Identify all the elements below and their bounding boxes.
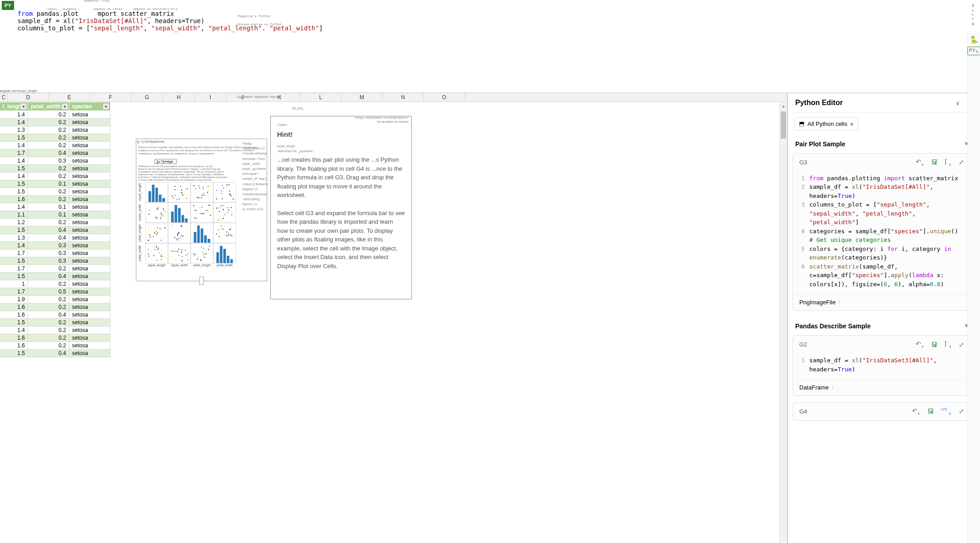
cell-petal-width[interactable]: 0.2 xyxy=(28,319,69,327)
cell-length[interactable]: 1.4 xyxy=(0,119,28,126)
filter-arrow-icon[interactable]: ▾ xyxy=(61,103,68,110)
table-row[interactable]: 1.40.2setosa xyxy=(0,111,110,119)
th-species[interactable]: species▾ xyxy=(69,102,110,111)
cell-petal-width[interactable]: 0.3 xyxy=(28,157,69,165)
expand-icon[interactable]: ⤢ xyxy=(959,159,964,166)
cell-petal-width[interactable]: 0.2 xyxy=(28,173,69,180)
formula-expand-down-icon[interactable]: ∨ xyxy=(970,21,976,26)
table-row[interactable]: 1.60.2setosa xyxy=(0,303,110,311)
cell-length[interactable]: 1.5 xyxy=(0,319,28,327)
col-header-G[interactable]: G xyxy=(131,93,163,101)
cell-petal-width[interactable]: 0.4 xyxy=(28,273,69,280)
cell-length[interactable]: 1.4 xyxy=(0,327,28,334)
panel-collapse-icon[interactable]: ∨ xyxy=(956,100,960,106)
cell-species[interactable]: setosa xyxy=(69,334,110,342)
cell-length[interactable]: 1 xyxy=(0,280,28,288)
col-header-D[interactable]: D xyxy=(8,93,49,101)
cell-length[interactable]: 1.1 xyxy=(0,211,28,219)
cell-length[interactable]: 1.4 xyxy=(0,203,28,211)
cell-length[interactable]: 1.4 xyxy=(0,173,28,180)
cell-length[interactable]: 1.6 xyxy=(0,311,28,319)
cell-length[interactable]: 1.5 xyxy=(0,226,28,234)
cell-petal-width[interactable]: 0.2 xyxy=(28,265,69,273)
cell-length[interactable]: 1.4 xyxy=(0,242,28,250)
py-badge-small-icon[interactable]: PY✎ xyxy=(967,47,980,55)
cell-species[interactable]: setosa xyxy=(69,126,110,134)
expand-icon[interactable]: ⤢ xyxy=(959,341,964,348)
table-row[interactable]: 1.60.2setosa xyxy=(0,196,110,203)
output-type-icon[interactable]: 123 ∨ xyxy=(941,407,951,416)
cell-species[interactable]: setosa xyxy=(69,173,110,180)
cell-petal-width[interactable]: 0.2 xyxy=(28,196,69,203)
cell-species[interactable]: setosa xyxy=(69,257,110,265)
col-header-C[interactable]: C xyxy=(0,93,8,101)
table-row[interactable]: 1.50.2setosa xyxy=(0,188,110,196)
cell-species[interactable]: setosa xyxy=(69,327,110,334)
cell-length[interactable]: 1.6 xyxy=(0,303,28,311)
formula-content[interactable]: from pandas.plot mport scatter_matrix sa… xyxy=(16,1,970,91)
table-row[interactable]: 1.60.2setosa xyxy=(0,342,110,350)
cell-petal-width[interactable]: 0.4 xyxy=(28,311,69,319)
cell-species[interactable]: setosa xyxy=(69,226,110,234)
table-row[interactable]: 1.70.2setosa xyxy=(0,265,110,273)
cell-length[interactable]: 1.7 xyxy=(0,149,28,157)
filter-arrow-icon[interactable]: ▾ xyxy=(20,103,27,110)
cell-length[interactable]: 1.4 xyxy=(0,157,28,165)
cell-petal-width[interactable]: 0.2 xyxy=(28,334,69,342)
table-row[interactable]: 10.2setosa xyxy=(0,280,110,288)
col-header-L[interactable]: L xyxy=(300,93,341,101)
section-pandas-describe[interactable]: Pandas Describe Sample ∨ xyxy=(793,317,971,335)
table-row[interactable]: 1.20.2setosa xyxy=(0,219,110,226)
cell-species[interactable]: setosa xyxy=(69,196,110,203)
cell-species[interactable]: setosa xyxy=(69,342,110,350)
cell-handle-icon[interactable] xyxy=(199,277,204,285)
cell-petal-width[interactable]: 0.4 xyxy=(28,234,69,242)
cell-species[interactable]: setosa xyxy=(69,119,110,126)
cell-petal-width[interactable]: 0.1 xyxy=(28,180,69,188)
cell-species[interactable]: setosa xyxy=(69,288,110,296)
undo-icon[interactable]: ↶∨ xyxy=(912,407,920,416)
cell-petal-width[interactable]: 0.2 xyxy=(28,280,69,288)
expand-icon[interactable]: ⤢ xyxy=(959,408,964,415)
code-body[interactable]: 1sample_df = xl("IrisDataSet3[#All]", he… xyxy=(793,353,970,379)
cell-length[interactable]: 1.5 xyxy=(0,257,28,265)
output-type-icon[interactable]: ⌈ ∨ xyxy=(945,158,951,167)
col-header-H[interactable]: H xyxy=(163,93,195,101)
cell-petal-width[interactable]: 0.2 xyxy=(28,134,69,142)
cell-length[interactable]: 1.5 xyxy=(0,273,28,280)
cell-petal-width[interactable]: 0.2 xyxy=(28,342,69,350)
scrollbar-thumb[interactable] xyxy=(781,111,786,139)
col-header-J[interactable]: J xyxy=(226,93,259,101)
table-row[interactable]: 1.40.2setosa xyxy=(0,119,110,126)
formula-dot1-icon[interactable]: ● xyxy=(970,9,976,12)
cell-petal-width[interactable]: 0.1 xyxy=(28,203,69,211)
col-header-M[interactable]: M xyxy=(341,93,383,101)
table-row[interactable]: 1.60.2setosa xyxy=(0,334,110,342)
cell-petal-width[interactable]: 0.1 xyxy=(28,211,69,219)
th-petal-width[interactable]: petal_width▾ xyxy=(28,102,69,111)
cell-species[interactable]: setosa xyxy=(69,319,110,327)
undo-icon[interactable]: ↶∨ xyxy=(916,340,924,349)
cell-species[interactable]: setosa xyxy=(69,111,110,119)
cell-species[interactable]: setosa xyxy=(69,134,110,142)
table-row[interactable]: 1.70.4setosa xyxy=(0,149,110,157)
cell-petal-width[interactable]: 0.2 xyxy=(28,142,69,149)
cell-length[interactable]: 1.2 xyxy=(0,219,28,226)
code-body[interactable]: 1from pandas.plotting import scatter_mat… xyxy=(793,171,970,294)
col-header-F[interactable]: F xyxy=(90,93,131,101)
col-header-O[interactable]: O xyxy=(424,93,465,101)
cell-petal-width[interactable]: 0.2 xyxy=(28,165,69,173)
cell-species[interactable]: setosa xyxy=(69,203,110,211)
cell-length[interactable]: 1.5 xyxy=(0,180,28,188)
cell-length[interactable]: 1.7 xyxy=(0,265,28,273)
table-row[interactable]: 1.90.2setosa xyxy=(0,296,110,303)
cell-species[interactable]: setosa xyxy=(69,296,110,303)
cell-length[interactable]: 1.7 xyxy=(0,250,28,257)
scroll-up-icon[interactable]: ▴ xyxy=(780,102,787,110)
cell-length[interactable]: 1.7 xyxy=(0,288,28,296)
cell-petal-width[interactable]: 0.3 xyxy=(28,250,69,257)
cell-petal-width[interactable]: 0.4 xyxy=(28,149,69,157)
save-icon[interactable]: 🖫 xyxy=(927,408,934,415)
cell-length[interactable]: 1.5 xyxy=(0,350,28,357)
cells-filter-dropdown[interactable]: ◧ All Python cells ∨ xyxy=(794,117,858,130)
